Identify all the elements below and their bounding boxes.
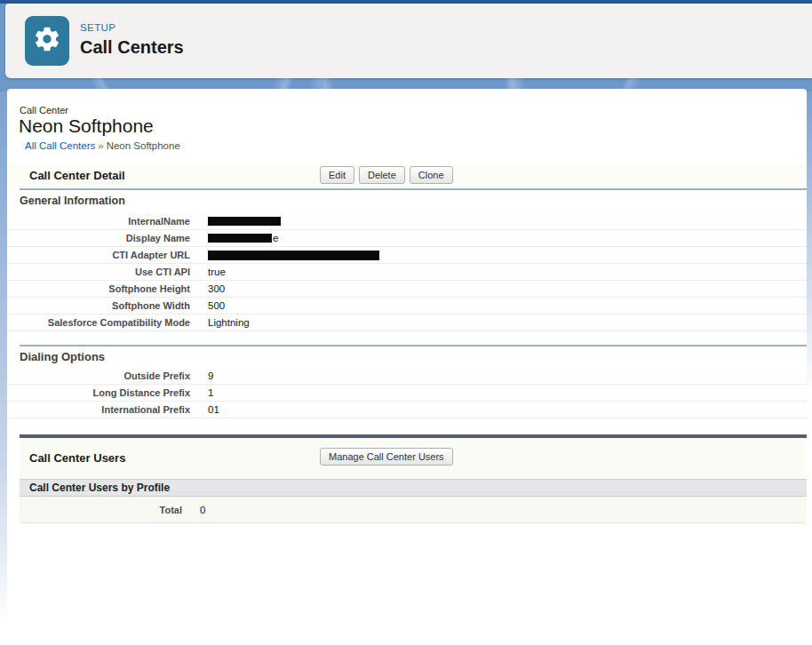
general-information-title: General Information xyxy=(20,195,125,207)
field-row-softphone-height: Softphone Height 300 xyxy=(7,281,807,298)
manage-call-center-users-button[interactable]: Manage Call Center Users xyxy=(320,448,453,466)
users-by-profile-header: Call Center Users by Profile xyxy=(20,479,807,497)
field-row-outside-prefix: Outside Prefix 9 xyxy=(7,368,807,385)
field-value: Lightning xyxy=(190,317,250,328)
field-label: InternalName xyxy=(20,216,190,227)
field-row-long-distance-prefix: Long Distance Prefix 1 xyxy=(7,385,807,402)
general-information-table: InternalName Display Name e CTI Adapter … xyxy=(7,213,807,331)
field-label: Display Name xyxy=(20,233,190,243)
redaction-bar xyxy=(208,217,281,226)
total-row: Total 0 xyxy=(20,497,807,522)
setup-header: SETUP Call Centers xyxy=(5,4,812,78)
field-row-internal-name: InternalName xyxy=(7,213,807,230)
detail-section-title: Call Center Detail xyxy=(29,169,125,182)
call-center-users-title: Call Center Users xyxy=(29,451,125,465)
field-label: Use CTI API xyxy=(20,267,190,277)
redaction-bar xyxy=(208,251,379,260)
field-label: Softphone Width xyxy=(20,300,190,311)
setup-tile xyxy=(25,16,69,66)
content-card: Call Center Neon Softphone All Call Cent… xyxy=(7,89,807,645)
breadcrumb: All Call Centers»Neon Softphone xyxy=(25,140,180,151)
field-label: Long Distance Prefix xyxy=(20,387,190,398)
record-name: Neon Softphone xyxy=(19,115,154,137)
total-label: Total xyxy=(20,505,182,515)
page-title: Call Centers xyxy=(80,37,184,58)
field-row-cti-adapter-url: CTI Adapter URL xyxy=(7,247,807,264)
field-row-softphone-width: Softphone Width 500 xyxy=(7,298,807,315)
field-value: e xyxy=(190,233,278,243)
call-center-users-section: Call Center Users Manage Call Center Use… xyxy=(20,434,807,523)
field-row-compatibility-mode: Salesforce Compatibility Mode Lightning xyxy=(7,315,807,331)
gear-icon xyxy=(33,25,61,57)
field-label: CTI Adapter URL xyxy=(20,250,190,260)
field-value: 1 xyxy=(190,387,213,398)
background-left-strip xyxy=(0,92,7,625)
record-type-label: Call Center xyxy=(20,105,68,115)
field-label: Salesforce Compatibility Mode xyxy=(20,317,190,328)
dialing-options-table: Outside Prefix 9 Long Distance Prefix 1 … xyxy=(7,368,807,418)
delete-button[interactable]: Delete xyxy=(359,166,405,184)
call-center-users-header: Call Center Users Manage Call Center Use… xyxy=(20,438,807,479)
field-value: 01 xyxy=(190,404,219,415)
field-row-display-name: Display Name e xyxy=(7,230,807,247)
salesforce-setup-page: SETUP Call Centers Call Center Neon Soft… xyxy=(0,0,812,645)
field-row-use-cti-api: Use CTI API true xyxy=(7,264,807,281)
field-value: 9 xyxy=(190,370,213,381)
field-value: 300 xyxy=(190,283,225,294)
field-value: true xyxy=(190,267,226,277)
dialing-options-divider xyxy=(20,345,807,346)
field-value: 500 xyxy=(190,300,225,311)
detail-header-divider xyxy=(20,188,807,190)
breadcrumb-link-all-call-centers[interactable]: All Call Centers xyxy=(25,140,95,151)
redaction-bar xyxy=(208,234,272,243)
breadcrumb-separator: » xyxy=(98,140,103,151)
background-right-strip xyxy=(807,92,812,394)
dialing-options-title: Dialing Options xyxy=(20,350,105,363)
field-label: International Prefix xyxy=(20,404,190,415)
edit-button[interactable]: Edit xyxy=(320,166,354,184)
field-label: Softphone Height xyxy=(20,283,190,294)
clone-button[interactable]: Clone xyxy=(410,166,453,184)
setup-eyebrow: SETUP xyxy=(80,22,115,33)
breadcrumb-current: Neon Softphone xyxy=(107,140,180,151)
field-row-international-prefix: International Prefix 01 xyxy=(7,402,807,418)
detail-header-row: Call Center Detail Edit Delete Clone xyxy=(7,164,807,188)
field-value xyxy=(190,217,282,226)
detail-action-buttons: Edit Delete Clone xyxy=(320,166,453,184)
field-label: Outside Prefix xyxy=(20,370,190,381)
field-value xyxy=(190,251,380,260)
total-value: 0 xyxy=(182,505,205,515)
